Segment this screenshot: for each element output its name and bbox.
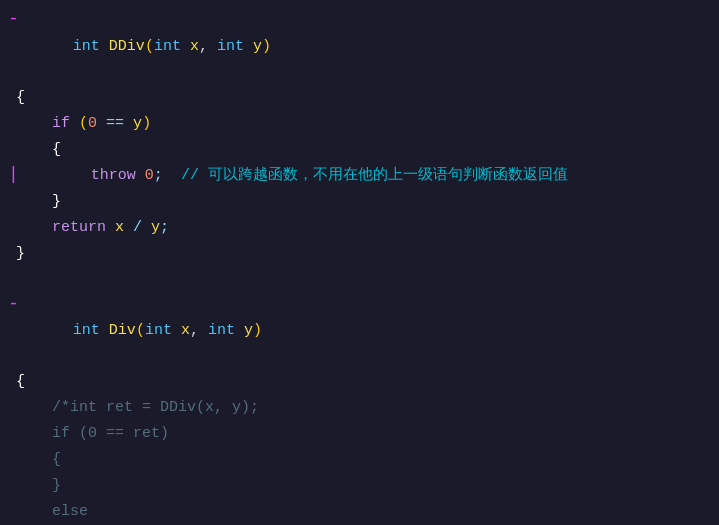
line-content-1: int DDiv(int x, int y)	[19, 8, 711, 85]
code-line-9	[0, 267, 719, 293]
code-line-1: - int DDiv(int x, int y)	[0, 8, 719, 85]
line-marker-10: -	[8, 295, 19, 313]
code-editor: - int DDiv(int x, int y) { if (0 == y) {…	[0, 0, 719, 525]
code-line-2: {	[0, 85, 719, 111]
code-line-8: }	[0, 241, 719, 267]
line-marker-1: -	[8, 10, 19, 28]
code-line-4: {	[0, 137, 719, 163]
code-line-12: /*int ret = DDiv(x, y);	[0, 395, 719, 421]
code-line-7: return x / y;	[0, 215, 719, 241]
code-line-16: else	[0, 499, 719, 525]
code-line-11: {	[0, 369, 719, 395]
line-marker-5: |	[8, 165, 19, 183]
code-line-6: }	[0, 189, 719, 215]
code-line-15: }	[0, 473, 719, 499]
code-line-13: if (0 == ret)	[0, 421, 719, 447]
code-line-10: - int Div(int x, int y)	[0, 293, 719, 370]
code-line-14: {	[0, 447, 719, 473]
line-content-10: int Div(int x, int y)	[19, 293, 711, 370]
code-line-5: | throw 0; // 可以跨越函数，不用在他的上一级语句判断函数返回值	[0, 163, 719, 189]
code-line-3: if (0 == y)	[0, 111, 719, 137]
